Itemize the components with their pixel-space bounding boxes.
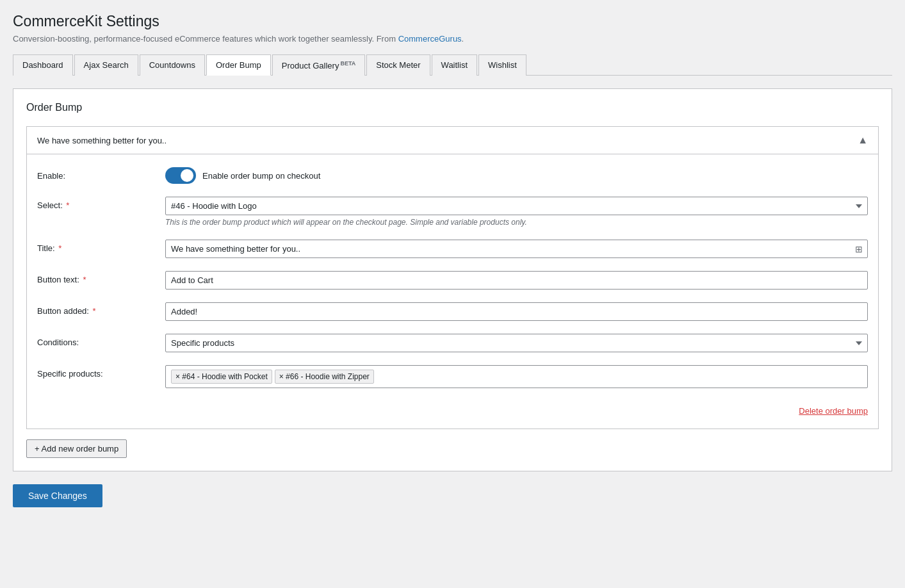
enable-control: Enable order bump on checkout [165,167,868,184]
page-subtitle: Conversion-boosting, performance-focused… [13,34,892,44]
collapse-icon: ▲ [858,135,868,146]
button-text-control [165,271,868,290]
button-text-row: Button text: * [37,271,868,290]
specific-products-row: Specific products: × #64 - Hoodie with P… [37,365,868,388]
title-input[interactable] [165,240,868,258]
order-bump-card: We have something better for you.. ▲ Ena… [26,126,879,429]
tab-product-gallery[interactable]: Product GalleryBETA [272,54,365,76]
tab-order-bump[interactable]: Order Bump [206,54,271,76]
edit-icon: ⊞ [855,244,863,254]
button-added-input[interactable] [165,302,868,321]
delete-row: Delete order bump [37,401,868,416]
order-bump-body: Enable: Enable order bump on checkout [27,154,878,429]
page-title: CommerceKit Settings [13,13,892,30]
conditions-control: All productsSpecific productsSpecific ca… [165,334,868,352]
required-star-title: * [56,243,62,253]
button-added-label: Button added: * [37,302,165,316]
tab-stock-meter[interactable]: Stock Meter [366,54,430,76]
required-star-btn: * [81,275,86,284]
section-title: Order Bump [26,102,879,113]
save-changes-button[interactable]: Save Changes [13,484,102,507]
product-select[interactable]: #46 - Hoodie with Logo#64 - Hoodie with … [165,197,868,215]
conditions-row: Conditions: All productsSpecific product… [37,334,868,352]
tab-waitlist[interactable]: Waitlist [432,54,477,76]
button-text-input[interactable] [165,271,868,290]
add-order-bump-button[interactable]: + Add new order bump [26,439,127,458]
title-label: Title: * [37,240,165,253]
delete-order-bump-link[interactable]: Delete order bump [799,406,868,416]
nav-tabs: DashboardAjax SearchCountdownsOrder Bump… [13,54,892,76]
commercegurus-link[interactable]: CommerceGurus [398,34,462,44]
tab-dashboard[interactable]: Dashboard [13,54,73,76]
conditions-select[interactable]: All productsSpecific productsSpecific ca… [165,334,868,352]
enable-row: Enable: Enable order bump on checkout [37,167,868,184]
enable-label: Enable: [37,167,165,181]
tag[interactable]: × #66 - Hoodie with Zipper [275,370,374,384]
title-control: ⊞ [165,240,868,258]
specific-products-label: Specific products: [37,365,165,379]
tags-input[interactable]: × #64 - Hoodie with Pocket× #66 - Hoodie… [165,365,868,388]
required-star-added: * [90,306,96,316]
title-row: Title: * ⊞ [37,240,868,258]
enable-toggle[interactable] [165,167,196,184]
button-added-control [165,302,868,321]
required-star: * [64,200,70,210]
order-bump-header-title: We have something better for you.. [37,136,167,145]
enable-description: Enable order bump on checkout [202,171,320,181]
button-text-label: Button text: * [37,271,165,284]
main-content: Order Bump We have something better for … [13,88,892,471]
tab-ajax-search[interactable]: Ajax Search [74,54,138,76]
order-bump-header[interactable]: We have something better for you.. ▲ [27,127,878,154]
tab-wishlist[interactable]: Wishlist [478,54,526,76]
beta-badge: BETA [340,60,355,67]
specific-products-control: × #64 - Hoodie with Pocket× #66 - Hoodie… [165,365,868,388]
select-control: #46 - Hoodie with Logo#64 - Hoodie with … [165,197,868,227]
select-hint: This is the order bump product which wil… [165,218,868,227]
button-added-row: Button added: * [37,302,868,321]
select-label: Select: * [37,197,165,210]
conditions-label: Conditions: [37,334,165,347]
tab-countdowns[interactable]: Countdowns [140,54,205,76]
select-row: Select: * #46 - Hoodie with Logo#64 - Ho… [37,197,868,227]
tag[interactable]: × #64 - Hoodie with Pocket [171,370,272,384]
